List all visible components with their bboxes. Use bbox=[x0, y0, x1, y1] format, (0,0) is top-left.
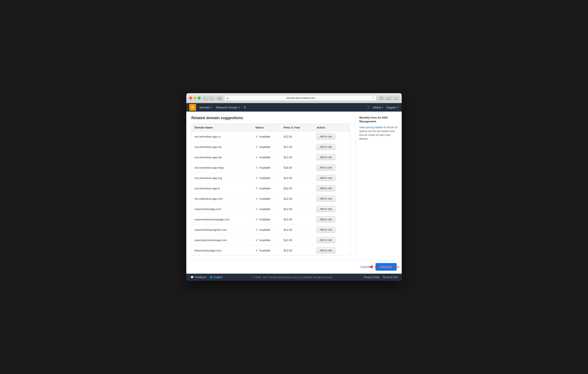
share-button[interactable]: ⇈ bbox=[378, 96, 384, 100]
action-cell: Add to cart bbox=[314, 214, 350, 224]
services-menu[interactable]: Services ▼ bbox=[200, 105, 213, 110]
forward-button[interactable]: › bbox=[209, 96, 215, 100]
add-to-cart-button[interactable]: Add to cart bbox=[317, 196, 335, 202]
action-cell: Add to cart bbox=[314, 204, 350, 214]
add-to-cart-button[interactable]: Add to cart bbox=[317, 175, 335, 181]
table-header: Domain Name Status Price /1 Year Action bbox=[192, 124, 350, 131]
language-selector[interactable]: 🌐 English bbox=[210, 276, 222, 279]
notifications-icon[interactable]: ♡ bbox=[367, 106, 370, 109]
action-cell: Add to cart bbox=[314, 245, 350, 256]
back-button[interactable]: ‹ bbox=[203, 96, 208, 100]
global-menu[interactable]: Global ▼ bbox=[373, 105, 384, 110]
sidebar-title: Monthly Fees for DNS Management bbox=[359, 116, 398, 123]
url-bar[interactable]: 🔒 console.aws.amazon.com ↻ bbox=[224, 95, 376, 101]
close-button[interactable] bbox=[189, 96, 192, 99]
table-row: my-serverless-app.net✓Available$11.00Add… bbox=[192, 152, 350, 162]
reload-button[interactable]: ↻ bbox=[372, 96, 375, 99]
table-header-row: Domain Name Status Price /1 Year Action bbox=[192, 124, 350, 131]
add-bookmark-button[interactable]: + bbox=[393, 96, 399, 100]
status-cell: Available bbox=[258, 193, 281, 204]
lock-icon: 🔒 bbox=[226, 97, 229, 99]
check-cell: ✓ bbox=[252, 142, 258, 152]
available-check-icon: ✓ bbox=[255, 207, 258, 211]
pricing-details-link[interactable]: View pricing details bbox=[359, 126, 383, 129]
col-status: Status bbox=[252, 124, 281, 131]
table-row: my-serverless-app.ninja✓Available$18.00A… bbox=[192, 162, 350, 173]
add-to-cart-button[interactable]: Add to cart bbox=[317, 165, 335, 171]
action-cell: Add to cart bbox=[314, 183, 350, 193]
domain-name-cell: my-waiterless-app.com bbox=[192, 193, 252, 204]
status-cell: Available bbox=[258, 183, 281, 193]
global-label: Global bbox=[373, 106, 381, 109]
status-cell: Available bbox=[258, 224, 281, 235]
services-label: Services bbox=[200, 106, 210, 109]
price-cell: $17.00 bbox=[281, 142, 314, 152]
footer: 💬 Feedback 🌐 English © 2008 - 2017, Amaz… bbox=[186, 274, 402, 281]
add-to-cart-button[interactable]: Add to cart bbox=[317, 237, 335, 243]
status-cell: Available bbox=[258, 235, 281, 245]
add-to-cart-button[interactable]: Add to cart bbox=[317, 185, 335, 191]
maximize-button[interactable] bbox=[198, 96, 201, 99]
terms-of-use-link[interactable]: Terms of Use bbox=[382, 276, 398, 279]
minimize-button[interactable] bbox=[193, 96, 196, 99]
add-to-cart-button[interactable]: Add to cart bbox=[317, 216, 335, 222]
domain-name-cell: my-serverless-app.me bbox=[192, 142, 252, 152]
arrow-line bbox=[374, 267, 399, 267]
add-to-cart-button[interactable]: Add to cart bbox=[317, 134, 335, 139]
price-cell: $32.00 bbox=[281, 183, 314, 193]
feedback-button[interactable]: 💬 Feedback bbox=[190, 276, 206, 279]
table-row: savemyserverlessapp.com✓Available$12.00A… bbox=[192, 235, 350, 245]
language-label: English bbox=[214, 276, 222, 279]
check-cell: ✓ bbox=[252, 131, 258, 142]
status-cell: Available bbox=[258, 204, 281, 214]
check-cell: ✓ bbox=[252, 235, 258, 245]
support-menu[interactable]: Support ▼ bbox=[387, 105, 399, 110]
check-cell: ✓ bbox=[252, 162, 258, 173]
globe-icon: 🌐 bbox=[210, 276, 213, 279]
tab-view-button[interactable]: ▧ bbox=[217, 96, 222, 100]
price-cell: $12.00 bbox=[281, 204, 314, 214]
support-arrow-icon: ▼ bbox=[397, 106, 399, 108]
content-area: Related domain suggestions Domain Name S… bbox=[186, 112, 355, 260]
price-cell: $11.00 bbox=[281, 152, 314, 162]
new-tab-button[interactable]: ◻ bbox=[386, 96, 392, 100]
available-check-icon: ✓ bbox=[255, 218, 258, 221]
resource-groups-menu[interactable]: Resource Groups ▼ bbox=[216, 105, 240, 110]
action-cell: Add to cart bbox=[314, 131, 350, 142]
action-cell: Add to cart bbox=[314, 152, 350, 162]
privacy-policy-link[interactable]: Privacy Policy bbox=[364, 276, 380, 279]
add-to-cart-button[interactable]: Add to cart bbox=[317, 144, 335, 150]
bookmark-icon[interactable]: ⚲ bbox=[244, 105, 246, 110]
add-to-cart-button[interactable]: Add to cart bbox=[317, 227, 335, 233]
table-row: my-serverless-app.tv✓Available$32.00Add … bbox=[192, 183, 350, 193]
check-cell: ✓ bbox=[252, 183, 258, 193]
available-check-icon: ✓ bbox=[255, 156, 258, 159]
aws-logo-icon bbox=[190, 105, 195, 110]
price-cell: $18.00 bbox=[281, 162, 314, 173]
add-to-cart-button[interactable]: Add to cart bbox=[317, 247, 335, 253]
status-cell: Available bbox=[258, 214, 281, 224]
check-cell: ✓ bbox=[252, 193, 258, 204]
available-check-icon: ✓ bbox=[255, 228, 258, 232]
table-row: my-serverless-app.org✓Available$12.00Add… bbox=[192, 173, 350, 183]
status-cell: Available bbox=[258, 152, 281, 162]
url-text: console.aws.amazon.com bbox=[230, 96, 371, 99]
domain-name-cell: my-serverless-app.org bbox=[192, 173, 252, 183]
table-row: my-serverless-app.me✓Available$17.00Add … bbox=[192, 142, 350, 152]
arrow-indicator bbox=[369, 265, 399, 269]
action-cell: Add to cart bbox=[314, 224, 350, 235]
resource-groups-arrow-icon: ▼ bbox=[239, 106, 240, 108]
available-check-icon: ✓ bbox=[255, 187, 258, 190]
add-to-cart-button[interactable]: Add to cart bbox=[317, 154, 335, 160]
col-domain-name: Domain Name bbox=[192, 124, 252, 131]
price-cell: $12.00 bbox=[281, 224, 314, 235]
add-to-cart-button[interactable]: Add to cart bbox=[317, 206, 335, 212]
aws-logo bbox=[189, 104, 196, 111]
main-content: Related domain suggestions Domain Name S… bbox=[186, 112, 402, 260]
price-cell: $12.00 bbox=[281, 214, 314, 224]
browser-actions: ⇈ ◻ + bbox=[378, 96, 399, 100]
check-cell: ✓ bbox=[252, 245, 258, 256]
nav-buttons: ‹ › bbox=[203, 96, 215, 100]
available-check-icon: ✓ bbox=[255, 197, 258, 201]
domain-name-cell: myserverlessprogram.com bbox=[192, 224, 252, 235]
